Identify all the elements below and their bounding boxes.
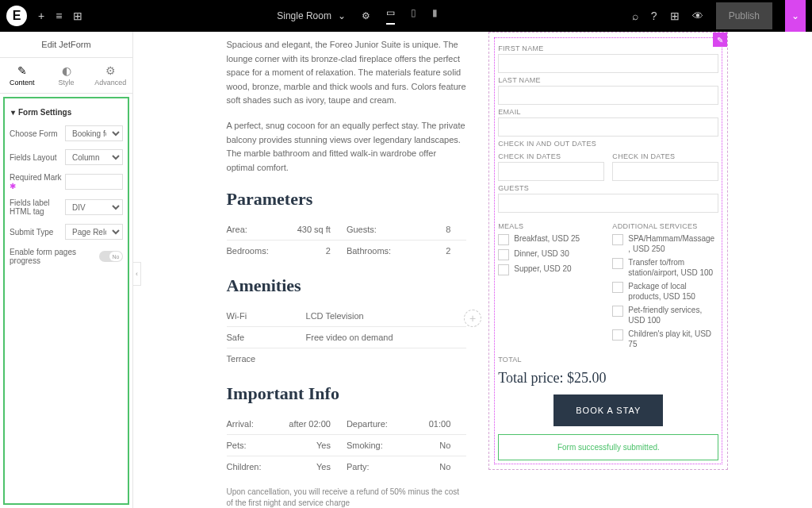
search-icon[interactable]: ⌕: [632, 10, 638, 22]
last-name-input[interactable]: [498, 86, 718, 105]
gift-icon[interactable]: ⊞: [670, 10, 680, 22]
add-icon[interactable]: +: [38, 10, 44, 22]
info-table: Arrival:after 02:00Departure:01:00 Pets:…: [227, 414, 467, 477]
guests-input[interactable]: [498, 194, 718, 213]
pencil-icon: ✎: [17, 64, 27, 77]
settings-icon[interactable]: ≡: [56, 10, 62, 22]
topbar: E + ≡ ⊞ Single Room ⌄ ⚙ ▭ ▯ ▮ ⌕ ? ⊞ 👁 Pu…: [0, 0, 812, 32]
html-tag-select[interactable]: DIV: [65, 199, 123, 215]
contrast-icon: ◐: [62, 64, 71, 77]
required-mark-input[interactable]: [65, 174, 123, 190]
html-tag-label: Fields label HTML tag: [10, 198, 65, 216]
submit-type-label: Submit Type: [10, 228, 65, 237]
fields-layout-select[interactable]: Column: [65, 149, 123, 165]
topbar-right: ⌕ ? ⊞ 👁 Publish ⌄: [632, 0, 806, 32]
guests-label: GUESTS: [498, 184, 718, 192]
sidebar-body: ▾Form Settings Choose FormBooking form F…: [3, 97, 129, 505]
supper-checkbox[interactable]: Supper, USD 20: [498, 264, 604, 275]
book-button[interactable]: BOOK A STAY: [553, 394, 663, 426]
elementor-logo[interactable]: E: [6, 6, 27, 26]
preview-icon[interactable]: 👁: [692, 10, 703, 22]
pages-progress-label: Enable form pages progress: [10, 248, 99, 265]
spa-checkbox[interactable]: SPA/Hammam/Massage , USD 250: [612, 233, 718, 254]
pet-checkbox[interactable]: Pet-friendly services, USD 100: [612, 305, 718, 325]
breakfast-checkbox[interactable]: Breakfast, USD 25: [498, 233, 604, 245]
structure-icon[interactable]: ⊞: [73, 10, 82, 22]
first-name-label: FIRST NAME: [498, 44, 718, 52]
mobile-icon[interactable]: ▮: [432, 7, 438, 25]
form-widget[interactable]: ✎ FIRST NAME LAST NAME EMAIL CHECK IN AN…: [488, 32, 728, 470]
first-name-input[interactable]: [498, 54, 718, 73]
add-section-handle[interactable]: +: [464, 310, 481, 327]
amenities-heading: Amenities: [227, 275, 467, 296]
total-price: Total price: $25.00: [498, 370, 718, 387]
publish-button[interactable]: Publish: [716, 2, 772, 29]
desktop-icon[interactable]: ▭: [386, 7, 395, 25]
choose-form-label: Choose Form: [10, 129, 65, 138]
parameters-heading: Parameters: [227, 189, 467, 210]
description-2: A perfect, snug cocoon for an equally pe…: [227, 119, 467, 175]
email-input[interactable]: [498, 117, 718, 137]
gear-icon[interactable]: ⚙: [362, 10, 370, 21]
topbar-center: Single Room ⌄ ⚙ ▭ ▯ ▮: [82, 7, 631, 25]
tab-style[interactable]: ◐Style: [44, 58, 89, 93]
checkout-input[interactable]: [612, 162, 718, 181]
gear-icon: ⚙: [105, 64, 116, 77]
info-heading: Important Info: [227, 383, 467, 404]
page-name: Single Room: [277, 10, 331, 21]
chevron-down-icon: ⌄: [338, 10, 346, 21]
play-checkbox[interactable]: Children's play kit, USD 75: [612, 329, 718, 349]
sidebar-title: Edit JetForm: [0, 32, 132, 58]
submit-type-select[interactable]: Page Reload: [65, 224, 123, 240]
form-outline: FIRST NAME LAST NAME EMAIL CHECK IN AND …: [494, 37, 722, 464]
cancellation-note: Upon cancellation, you will receive a re…: [227, 487, 467, 508]
checkin-input[interactable]: [498, 162, 604, 181]
tablet-icon[interactable]: ▯: [411, 7, 416, 25]
caret-icon: ▾: [11, 108, 15, 117]
check-dates-label: CHECK IN AND OUT DATES: [498, 140, 718, 148]
dinner-checkbox[interactable]: Dinner, USD 30: [498, 248, 604, 260]
main: Edit JetForm ✎Content ◐Style ⚙Advanced ▾…: [0, 32, 812, 508]
device-switcher: ▭ ▯ ▮: [386, 7, 438, 25]
expand-button[interactable]: ⌄: [785, 0, 806, 32]
form-column: ✎ FIRST NAME LAST NAME EMAIL CHECK IN AN…: [482, 32, 734, 508]
transfer-checkbox[interactable]: Transfer to/from station/airport, USD 10…: [612, 257, 718, 278]
sidebar-tabs: ✎Content ◐Style ⚙Advanced: [0, 58, 132, 94]
success-message: Form successfully submitted.: [498, 434, 718, 460]
required-mark-label: Required Mark ✱: [10, 173, 65, 190]
email-label: EMAIL: [498, 108, 718, 116]
edit-widget-icon[interactable]: ✎: [713, 33, 727, 47]
last-name-label: LAST NAME: [498, 76, 718, 84]
topbar-left: E + ≡ ⊞: [6, 6, 82, 26]
content-column: Spacious and elegant, the Foreo Junior S…: [211, 32, 483, 508]
tab-content[interactable]: ✎Content: [0, 58, 44, 93]
sidebar: Edit JetForm ✎Content ◐Style ⚙Advanced ▾…: [0, 32, 133, 508]
canvas: Spacious and elegant, the Foreo Junior S…: [133, 32, 812, 508]
help-icon[interactable]: ?: [651, 10, 657, 22]
description-1: Spacious and elegant, the Foreo Junior S…: [227, 38, 467, 108]
pages-progress-toggle[interactable]: No: [99, 251, 123, 262]
tab-advanced[interactable]: ⚙Advanced: [88, 58, 132, 93]
parameters-table: Area:430 sq ftGuests:8 Bedrooms:2Bathroo…: [227, 219, 467, 261]
package-checkbox[interactable]: Package of local products, USD 150: [612, 281, 718, 302]
total-label: TOTAL: [498, 356, 718, 364]
choose-form-select[interactable]: Booking form: [65, 125, 123, 141]
amenities-table: Wi-FiLCD Television SafeFree video on de…: [227, 306, 467, 369]
fields-layout-label: Fields Layout: [10, 153, 65, 162]
link-icon: ✱: [10, 182, 16, 190]
section-form-settings[interactable]: ▾Form Settings: [10, 103, 123, 121]
page-selector[interactable]: Single Room ⌄ ⚙: [277, 10, 370, 21]
